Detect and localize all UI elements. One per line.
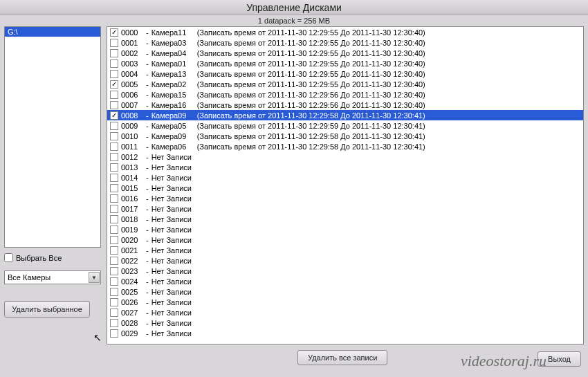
record-checkbox[interactable] [110, 277, 118, 286]
record-row[interactable]: 0027-Нет Записи [107, 307, 583, 318]
record-row[interactable]: 0029-Нет Записи [107, 328, 583, 338]
record-row[interactable]: 0016-Нет Записи [107, 193, 583, 203]
record-checkbox[interactable] [110, 329, 118, 338]
separator: - [146, 298, 149, 306]
record-row[interactable]: 0012-Нет Записи [107, 151, 583, 162]
separator: - [146, 277, 149, 286]
record-row[interactable]: 0010-Камера09 (Записать время от 2011-11… [107, 131, 583, 141]
record-index: 0026 [121, 298, 143, 306]
select-all-checkbox[interactable] [4, 253, 13, 262]
record-checkbox[interactable] [110, 288, 118, 296]
record-row[interactable]: 0023-Нет Записи [107, 266, 583, 276]
record-row[interactable]: ✓0000-Камера11 (Записать время от 2011-1… [107, 27, 583, 37]
record-checkbox[interactable] [110, 298, 118, 306]
record-checkbox[interactable] [110, 163, 118, 172]
record-row[interactable]: 0021-Нет Записи [107, 245, 583, 255]
record-checkbox[interactable] [110, 319, 118, 327]
record-row[interactable]: 0009-Камера05 (Записать время от 2011-11… [107, 120, 583, 131]
record-checkbox[interactable] [110, 122, 118, 130]
record-checkbox[interactable] [110, 59, 118, 68]
record-checkbox[interactable] [110, 215, 118, 223]
separator: - [146, 39, 149, 47]
record-checkbox[interactable] [110, 91, 118, 99]
record-row[interactable]: 0026-Нет Записи [107, 297, 583, 307]
record-checkbox[interactable]: ✓ [110, 111, 118, 120]
record-index: 0027 [121, 309, 143, 317]
record-row[interactable]: 0013-Нет Записи [107, 162, 583, 172]
record-row[interactable]: 0001-Камера03 (Записать время от 2011-11… [107, 37, 583, 48]
separator: - [146, 91, 149, 99]
record-row[interactable]: 0015-Нет Записи [107, 183, 583, 193]
record-row[interactable]: ✓0008-Камера09 (Записать время от 2011-1… [107, 110, 583, 120]
record-row[interactable]: 0017-Нет Записи [107, 203, 583, 214]
record-row[interactable]: 0022-Нет Записи [107, 255, 583, 266]
separator: - [146, 153, 149, 161]
record-camera: Нет Записи [151, 319, 197, 327]
record-camera: Нет Записи [151, 288, 197, 296]
record-checkbox[interactable] [110, 39, 118, 47]
record-checkbox[interactable] [110, 226, 118, 234]
record-checkbox[interactable]: ✓ [110, 80, 118, 89]
record-camera: Камера02 [151, 80, 197, 89]
record-camera: Нет Записи [151, 174, 197, 182]
record-row[interactable]: 0003-Камера01 (Записать время от 2011-11… [107, 58, 583, 68]
record-row[interactable]: 0006-Камера15 (Записать время от 2011-11… [107, 89, 583, 100]
camera-filter-combo[interactable]: Все Камеры ▼ [4, 270, 101, 284]
record-checkbox[interactable] [110, 246, 118, 255]
record-checkbox[interactable] [110, 153, 118, 161]
select-all-label: Выбрать Все [16, 254, 62, 262]
select-all-row[interactable]: Выбрать Все [4, 253, 101, 262]
record-checkbox[interactable] [110, 49, 118, 57]
drive-item[interactable]: G:\ [5, 27, 100, 37]
record-row[interactable]: 0014-Нет Записи [107, 172, 583, 183]
record-time: (Записать время от 2011-11-30 12:29:56 Д… [197, 101, 425, 109]
record-index: 0028 [121, 319, 143, 327]
record-index: 0004 [121, 70, 143, 78]
record-row[interactable]: 0025-Нет Записи [107, 286, 583, 297]
record-checkbox[interactable] [110, 257, 118, 265]
record-camera: Нет Записи [151, 298, 197, 306]
record-checkbox[interactable] [110, 236, 118, 244]
record-checkbox[interactable] [110, 205, 118, 213]
record-time: (Записать время от 2011-11-30 12:29:55 Д… [197, 80, 425, 89]
record-list[interactable]: ✓0000-Камера11 (Записать время от 2011-1… [107, 26, 584, 344]
record-checkbox[interactable] [110, 184, 118, 192]
delete-all-button[interactable]: Удалить все записи [297, 350, 387, 365]
record-index: 0022 [121, 257, 143, 265]
separator: - [146, 226, 149, 234]
record-camera: Нет Записи [151, 205, 197, 213]
drive-list[interactable]: G:\ [4, 26, 101, 248]
record-camera: Нет Записи [151, 236, 197, 244]
record-index: 0023 [121, 267, 143, 275]
record-camera: Нет Записи [151, 257, 197, 265]
record-row[interactable]: 0007-Камера16 (Записать время от 2011-11… [107, 100, 583, 110]
record-index: 0013 [121, 163, 143, 172]
record-checkbox[interactable] [110, 194, 118, 203]
record-checkbox[interactable] [110, 70, 118, 78]
chevron-down-icon[interactable]: ▼ [89, 272, 100, 283]
record-row[interactable]: ✓0005-Камера02 (Записать время от 2011-1… [107, 79, 583, 89]
record-row[interactable]: 0019-Нет Записи [107, 224, 583, 235]
delete-selected-button[interactable]: Удалить выбранное [4, 301, 90, 318]
separator: - [146, 174, 149, 182]
record-row[interactable]: 0018-Нет Записи [107, 214, 583, 224]
record-checkbox[interactable]: ✓ [110, 28, 118, 37]
record-checkbox[interactable] [110, 174, 118, 182]
record-camera: Нет Записи [151, 163, 197, 172]
record-row[interactable]: 0002-Камера04 (Записать время от 2011-11… [107, 48, 583, 58]
record-camera: Нет Записи [151, 215, 197, 223]
record-checkbox[interactable] [110, 132, 118, 140]
record-row[interactable]: 0004-Камера13 (Записать время от 2011-11… [107, 68, 583, 79]
record-index: 0001 [121, 39, 143, 47]
record-row[interactable]: 0011-Камера06 (Записать время от 2011-11… [107, 141, 583, 151]
record-row[interactable]: 0020-Нет Записи [107, 235, 583, 245]
record-checkbox[interactable] [110, 142, 118, 151]
record-checkbox[interactable] [110, 101, 118, 109]
record-checkbox[interactable] [110, 267, 118, 275]
record-row[interactable]: 0028-Нет Записи [107, 318, 583, 328]
separator: - [146, 28, 149, 37]
record-row[interactable]: 0024-Нет Записи [107, 276, 583, 286]
exit-button[interactable]: Выход [538, 351, 581, 367]
separator: - [146, 288, 149, 296]
record-checkbox[interactable] [110, 309, 118, 317]
